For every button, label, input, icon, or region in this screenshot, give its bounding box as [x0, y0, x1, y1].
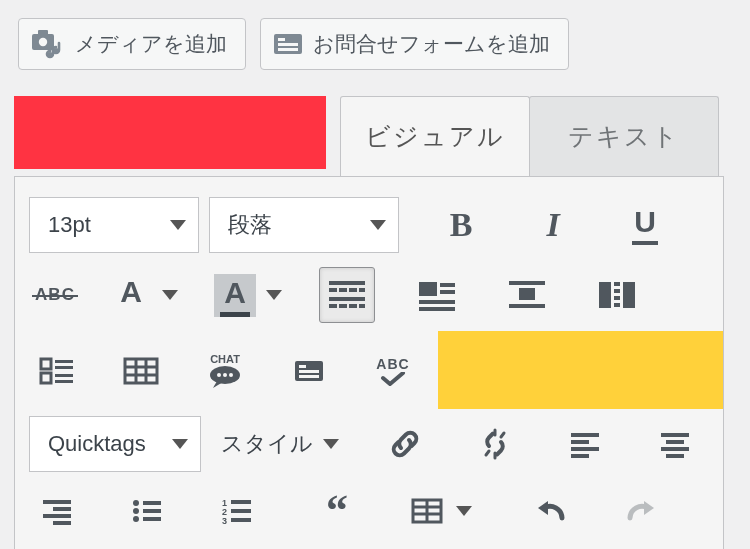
block-format-value: 段落: [228, 210, 272, 240]
kitchen-sink-button[interactable]: [319, 267, 375, 323]
bullet-list-button[interactable]: [119, 483, 175, 539]
align-left-icon: [569, 430, 601, 458]
chevron-down-icon: [170, 220, 186, 230]
strikethrough-button[interactable]: ABC: [29, 267, 81, 323]
svg-rect-68: [53, 521, 71, 525]
svg-rect-25: [519, 288, 535, 300]
align-right-icon: [41, 497, 73, 525]
camera-music-icon: [31, 29, 65, 59]
svg-rect-60: [571, 454, 589, 458]
svg-rect-27: [599, 282, 611, 308]
style-select[interactable]: スタイル: [211, 416, 349, 472]
svg-rect-8: [278, 48, 298, 51]
chat-icon: CHAT: [207, 353, 243, 389]
chevron-down-icon: [162, 290, 178, 300]
block-format-select[interactable]: 段落: [209, 197, 399, 253]
background-color-button[interactable]: A: [211, 267, 289, 323]
svg-rect-74: [143, 517, 161, 521]
svg-rect-20: [440, 283, 455, 287]
table-grid-button[interactable]: [113, 343, 169, 399]
svg-rect-64: [666, 454, 684, 458]
svg-point-73: [133, 516, 139, 522]
svg-rect-70: [143, 501, 161, 505]
svg-rect-13: [359, 288, 365, 292]
background-color-more[interactable]: [259, 290, 289, 300]
chevron-down-icon: [172, 439, 188, 449]
table-icon: [411, 497, 443, 525]
unlink-button[interactable]: [467, 416, 523, 472]
svg-rect-39: [55, 380, 73, 383]
svg-rect-6: [278, 38, 285, 41]
svg-rect-34: [41, 359, 51, 369]
form-icon: [273, 31, 303, 57]
svg-rect-59: [571, 447, 599, 451]
quicktags-select[interactable]: Quicktags: [29, 416, 201, 472]
add-media-button[interactable]: メディアを追加: [18, 18, 246, 70]
image-center-button[interactable]: [499, 267, 555, 323]
bold-button[interactable]: B: [433, 197, 489, 253]
svg-rect-24: [509, 281, 545, 285]
svg-rect-12: [349, 288, 357, 292]
svg-marker-86: [644, 501, 654, 515]
align-left-button[interactable]: [557, 416, 613, 472]
svg-marker-85: [538, 501, 548, 515]
svg-rect-26: [509, 304, 545, 308]
svg-rect-28: [623, 282, 635, 308]
svg-point-71: [133, 508, 139, 514]
add-contact-form-button[interactable]: お問合せフォームを追加: [260, 18, 569, 70]
chevron-down-icon: [370, 220, 386, 230]
spellcheck-button[interactable]: ABC: [365, 343, 421, 399]
undo-button[interactable]: [523, 483, 579, 539]
underline-button[interactable]: U: [617, 197, 673, 253]
form-small-icon: [293, 358, 325, 384]
svg-rect-37: [55, 366, 73, 369]
link-button[interactable]: [377, 416, 433, 472]
text-color-icon: A: [116, 275, 146, 316]
underline-icon: U: [632, 205, 658, 245]
svg-rect-17: [349, 304, 357, 308]
svg-rect-62: [666, 440, 684, 444]
bullet-list-icon: [131, 497, 163, 525]
svg-rect-7: [278, 43, 298, 46]
toolbar-toggle-icon: [327, 278, 367, 312]
svg-rect-21: [440, 290, 455, 294]
undo-icon: [534, 496, 568, 526]
svg-point-3: [47, 52, 53, 58]
svg-rect-11: [339, 288, 347, 292]
table-insert-button[interactable]: [405, 483, 479, 539]
box-list-button[interactable]: [29, 343, 85, 399]
italic-button[interactable]: I: [525, 197, 581, 253]
svg-point-46: [217, 373, 221, 377]
svg-point-4: [53, 48, 59, 54]
redo-button[interactable]: [613, 483, 669, 539]
svg-point-47: [223, 373, 227, 377]
align-center-button[interactable]: [647, 416, 703, 472]
tab-visual[interactable]: ビジュアル: [340, 96, 530, 176]
blockquote-button[interactable]: “: [309, 483, 365, 539]
image-right-button[interactable]: [589, 267, 645, 323]
svg-rect-65: [43, 500, 71, 504]
strikethrough-icon: ABC: [35, 285, 75, 305]
image-left-button[interactable]: [409, 267, 465, 323]
svg-point-69: [133, 500, 139, 506]
chat-button[interactable]: CHAT: [197, 343, 253, 399]
italic-icon: I: [546, 206, 559, 244]
insert-form-button[interactable]: [281, 343, 337, 399]
highlight-red: [14, 96, 326, 169]
text-color-button[interactable]: A: [107, 267, 185, 323]
svg-rect-63: [661, 447, 689, 451]
table-more[interactable]: [449, 506, 479, 516]
background-color-icon: A: [214, 274, 256, 317]
highlight-yellow: [438, 331, 723, 409]
bold-icon: B: [450, 206, 473, 244]
text-color-more[interactable]: [155, 290, 185, 300]
chevron-down-icon: [323, 439, 339, 449]
svg-rect-23: [419, 307, 455, 311]
svg-rect-22: [419, 300, 455, 304]
table-grid-icon: [123, 356, 159, 386]
tab-text[interactable]: テキスト: [529, 96, 719, 176]
align-right-button[interactable]: [29, 483, 85, 539]
numbered-list-button[interactable]: 123: [209, 483, 265, 539]
svg-text:3: 3: [222, 516, 227, 525]
fontsize-select[interactable]: 13pt: [29, 197, 199, 253]
